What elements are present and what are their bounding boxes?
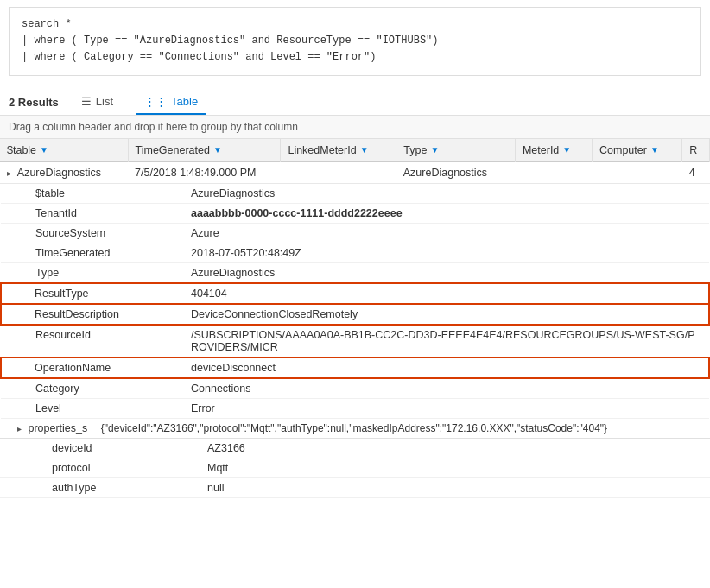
sub-fields-section: deviceId AZ3166 protocol Mqtt authType n…: [0, 438, 710, 498]
sub-row-protocol: protocol Mqtt: [0, 458, 710, 477]
detail-key-resulttype: ResultType: [1, 283, 156, 304]
detail-val-resulttype: 404104: [156, 283, 709, 304]
detail-val-level: Error: [156, 398, 709, 418]
filter-icon-type[interactable]: ▼: [430, 145, 439, 155]
cell-meterid: [515, 161, 592, 183]
table-header-row: $table ▼ TimeGenerated ▼ LinkedMeterId ▼: [0, 139, 710, 162]
results-bar: 2 Results ☰ List ⋮⋮ Table: [0, 83, 710, 116]
detail-row-level: Level Error: [1, 398, 709, 418]
col-header-r[interactable]: R: [682, 139, 710, 162]
cell-stable: ▸ AzureDiagnostics: [0, 161, 128, 183]
detail-section: $table AzureDiagnostics TenantId aaaabbb…: [0, 183, 710, 419]
properties-value: {"deviceId":"AZ3166","protocol":"Mqtt","…: [101, 422, 607, 434]
col-header-linkedmeterid[interactable]: LinkedMeterId ▼: [281, 139, 396, 162]
sub-detail-table: deviceId AZ3166 protocol Mqtt authType n…: [0, 439, 710, 498]
sub-key-deviceid: deviceId: [0, 439, 155, 458]
detail-key-type: Type: [1, 262, 156, 283]
properties-expand-icon[interactable]: ▸: [17, 424, 22, 433]
sub-key-protocol: protocol: [0, 458, 155, 477]
filter-icon-computer[interactable]: ▼: [650, 145, 659, 155]
table-row-main[interactable]: ▸ AzureDiagnostics 7/5/2018 1:48:49.000 …: [0, 161, 710, 183]
detail-val-tenantid: aaaabbbb-0000-cccc-1111-dddd2222eeee: [156, 203, 709, 223]
filter-icon-timegenerated[interactable]: ▼: [213, 145, 222, 155]
table-icon: ⋮⋮: [144, 95, 167, 108]
sub-val-protocol: Mqtt: [155, 458, 710, 477]
detail-row-opname: OperationName deviceDisconnect: [1, 357, 709, 378]
tab-table[interactable]: ⋮⋮ Table: [136, 90, 206, 115]
detail-row-timegenerated: TimeGenerated 2018-07-05T20:48:49Z: [1, 243, 709, 262]
detail-key-sourcesystem: SourceSystem: [1, 223, 156, 243]
detail-row-resultdesc: ResultDescription DeviceConnectionClosed…: [1, 304, 709, 325]
detail-val-type: AzureDiagnostics: [156, 262, 709, 283]
query-line-3: | where ( Category == "Connections" and …: [22, 49, 688, 66]
detail-row-stable: $table AzureDiagnostics: [1, 184, 709, 204]
detail-row-resulttype: ResultType 404104: [1, 283, 709, 304]
detail-key-timegenerated: TimeGenerated: [1, 243, 156, 262]
sub-val-deviceid: AZ3166: [155, 439, 710, 458]
query-line-1: search *: [22, 16, 688, 33]
filter-icon-meterid[interactable]: ▼: [562, 145, 571, 155]
detail-val-resultdesc: DeviceConnectionClosedRemotely: [156, 304, 709, 325]
properties-key: properties_s: [28, 422, 87, 434]
detail-row-tenantid: TenantId aaaabbbb-0000-cccc-1111-dddd222…: [1, 203, 709, 223]
col-header-timegenerated[interactable]: TimeGenerated ▼: [128, 139, 281, 162]
detail-val-opname: deviceDisconnect: [156, 357, 709, 378]
detail-key-level: Level: [1, 398, 156, 418]
query-editor: search * | where ( Type == "AzureDiagnos…: [9, 7, 701, 76]
cell-r: 4: [682, 161, 710, 183]
results-count: 2 Results: [9, 96, 59, 109]
tab-list[interactable]: ☰ List: [73, 90, 122, 115]
detail-row-type: Type AzureDiagnostics: [1, 262, 709, 283]
detail-key-tenantid: TenantId: [1, 203, 156, 223]
col-header-stable[interactable]: $table ▼: [0, 139, 128, 162]
detail-table: $table AzureDiagnostics TenantId aaaabbb…: [0, 184, 710, 419]
detail-val-category: Connections: [156, 378, 709, 399]
detail-key-resultdesc: ResultDescription: [1, 304, 156, 325]
properties-row[interactable]: ▸ properties_s {"deviceId":"AZ3166","pro…: [0, 419, 710, 439]
col-header-meterid[interactable]: MeterId ▼: [515, 139, 592, 162]
detail-val-resourceid: /SUBSCRIPTIONS/AAAA0A0A-BB1B-CC2C-DD3D-E…: [156, 325, 709, 357]
tab-table-label: Table: [171, 95, 198, 108]
results-table: $table ▼ TimeGenerated ▼ LinkedMeterId ▼: [0, 139, 710, 498]
detail-val-timegenerated: 2018-07-05T20:48:49Z: [156, 243, 709, 262]
detail-val-stable: AzureDiagnostics: [156, 184, 709, 204]
cell-stable-value: AzureDiagnostics: [17, 167, 101, 179]
query-line-2: | where ( Type == "AzureDiagnostics" and…: [22, 33, 688, 49]
detail-row-category: Category Connections: [1, 378, 709, 399]
detail-key-resourceid: ResourceId: [1, 325, 156, 357]
sub-val-authtype: null: [155, 477, 710, 497]
filter-icon-stable[interactable]: ▼: [40, 145, 48, 155]
col-header-type[interactable]: Type ▼: [396, 139, 516, 162]
col-header-computer[interactable]: Computer ▼: [593, 139, 682, 162]
drag-hint: Drag a column header and drop it here to…: [0, 116, 710, 139]
detail-key-opname: OperationName: [1, 357, 156, 378]
cell-computer: [593, 161, 682, 183]
cell-linkedmeterid: [281, 161, 396, 183]
sub-key-authtype: authType: [0, 477, 155, 497]
detail-key-stable: $table: [1, 184, 156, 204]
cell-type: AzureDiagnostics: [396, 161, 516, 183]
list-icon: ☰: [81, 95, 92, 108]
detail-row-sourcesystem: SourceSystem Azure: [1, 223, 709, 243]
sub-row-authtype: authType null: [0, 477, 710, 497]
results-table-wrapper: $table ▼ TimeGenerated ▼ LinkedMeterId ▼: [0, 139, 710, 498]
tab-list-label: List: [96, 95, 113, 108]
filter-icon-linkedmeterid[interactable]: ▼: [360, 145, 369, 155]
detail-val-sourcesystem: Azure: [156, 223, 709, 243]
cell-timegenerated: 7/5/2018 1:48:49.000 PM: [128, 161, 281, 183]
detail-key-category: Category: [1, 378, 156, 399]
expand-icon[interactable]: ▸: [7, 168, 11, 178]
sub-row-deviceid: deviceId AZ3166: [0, 439, 710, 458]
detail-row-resourceid: ResourceId /SUBSCRIPTIONS/AAAA0A0A-BB1B-…: [1, 325, 709, 357]
